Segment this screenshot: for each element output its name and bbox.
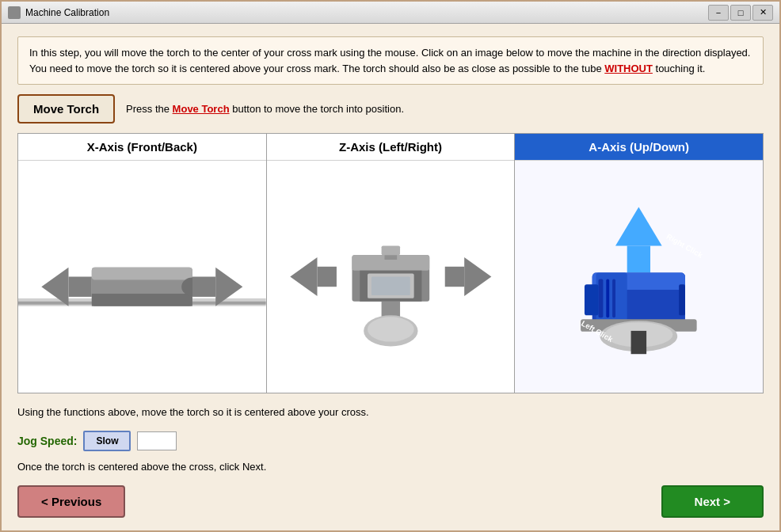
z-axis-svg (267, 161, 515, 393)
window-title: Machine Calibration (25, 7, 708, 18)
svg-rect-34 (612, 279, 615, 317)
jog-speed-input[interactable] (137, 431, 177, 450)
svg-rect-3 (92, 268, 192, 280)
window-icon (8, 6, 21, 19)
svg-rect-32 (599, 279, 604, 317)
move-torch-instruction: Press the Move Torch button to move the … (126, 103, 404, 115)
svg-marker-12 (290, 257, 317, 296)
x-axis-title: X-Axis (Front/Back) (18, 134, 266, 161)
svg-rect-25 (381, 245, 399, 255)
z-axis-title: Z-Axis (Left/Right) (267, 134, 515, 161)
intro-text-end: touching it. (653, 63, 706, 74)
jog-speed-label: Jog Speed: (17, 435, 77, 447)
previous-button[interactable]: < Previous (17, 485, 125, 518)
x-axis-visual (18, 161, 266, 393)
instruction-suffix: button to move the torch into position. (230, 103, 404, 115)
svg-marker-14 (464, 257, 491, 296)
axes-container: X-Axis (Front/Back) (17, 133, 764, 393)
svg-rect-4 (92, 294, 192, 306)
bottom-instruction: Using the functions above, move the torc… (17, 403, 764, 421)
svg-rect-11 (192, 277, 215, 297)
x-axis-svg (18, 161, 266, 393)
move-torch-button[interactable]: Move Torch (17, 94, 115, 124)
main-content: In this step, you will move the torch to… (2, 24, 779, 530)
svg-rect-9 (69, 277, 92, 297)
move-torch-row: Move Torch Press the Move Torch button t… (17, 94, 764, 124)
svg-rect-39 (585, 284, 599, 315)
next-button[interactable]: Next > (661, 485, 764, 518)
minimize-button[interactable]: − (708, 5, 729, 21)
instruction-prefix: Press the (126, 103, 173, 115)
svg-rect-20 (371, 277, 410, 295)
svg-rect-33 (607, 279, 610, 317)
z-axis-panel[interactable]: Z-Axis (Left/Right) (267, 134, 516, 393)
intro-highlight: WITHOUT (604, 63, 653, 74)
svg-rect-40 (679, 284, 685, 315)
restore-button[interactable]: □ (730, 5, 751, 21)
a-axis-panel[interactable]: A-Axis (Up/Down) Right Click (515, 134, 763, 393)
a-axis-svg: Right Click Left Click (515, 161, 763, 393)
title-bar: Machine Calibration − □ ✕ (2, 2, 779, 24)
centered-instruction: Once the torch is centered above the cro… (17, 461, 764, 473)
svg-rect-41 (631, 331, 647, 354)
x-axis-panel[interactable]: X-Axis (Front/Back) (18, 134, 267, 393)
svg-text:Right Click: Right Click (665, 232, 705, 260)
intro-text: In this step, you will move the torch to… (17, 36, 764, 85)
a-axis-visual: Right Click Left Click (515, 161, 763, 393)
svg-rect-15 (444, 267, 463, 287)
a-axis-title: A-Axis (Up/Down) (515, 134, 763, 161)
move-torch-link[interactable]: Move Torch (173, 103, 230, 115)
z-axis-visual (267, 161, 515, 393)
jog-slow-button[interactable]: Slow (83, 431, 131, 451)
svg-rect-27 (627, 245, 650, 272)
nav-row: < Previous Next > (17, 482, 764, 518)
svg-point-23 (368, 317, 414, 341)
svg-rect-13 (317, 267, 336, 287)
jog-speed-row: Jog Speed: Slow (17, 431, 764, 451)
window-controls: − □ ✕ (708, 5, 773, 21)
svg-marker-26 (615, 207, 662, 246)
close-button[interactable]: ✕ (752, 5, 773, 21)
